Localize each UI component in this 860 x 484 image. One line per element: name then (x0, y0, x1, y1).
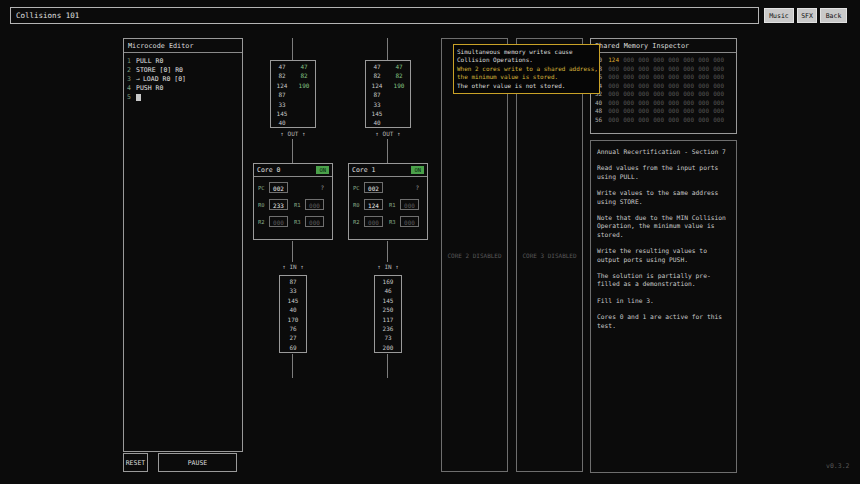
input-value: 76 (280, 324, 306, 333)
tooltip-line: The other value is not stored. (457, 82, 596, 90)
core1-pipeline: 4782124873314540 4782190 ↑ OUT ↑ Core 1 … (348, 38, 428, 420)
pause-button[interactable]: PAUSE (158, 453, 237, 472)
memory-value: 000 (682, 56, 694, 65)
memory-value: 000 (682, 116, 694, 125)
memory-value: 000 (637, 116, 649, 125)
memory-value: 000 (607, 90, 619, 99)
core3-disabled-label: CORE 3 DISABLED (522, 252, 576, 259)
memory-address: 48 (595, 107, 604, 116)
instruction-paragraph: The solution is partially pre-filled as … (597, 272, 730, 289)
editor-line[interactable]: 4PUSH R0 (127, 84, 239, 93)
memory-value: 000 (682, 90, 694, 99)
editor-line[interactable]: 1PULL R0 (127, 57, 239, 66)
r3-register: 000 (305, 216, 324, 227)
back-button[interactable]: Back (820, 8, 847, 23)
exec-pointer-icon: → (136, 75, 140, 84)
core2-panel: CORE 2 DISABLED (441, 38, 508, 472)
input-column: 873314540170762769 (280, 277, 306, 352)
instructions-panel: Annual Recertification - Section 7Read v… (590, 140, 737, 473)
sfx-button[interactable]: SFX (797, 8, 817, 23)
input-stack: 1694614525011723673200 (374, 275, 402, 353)
memory-value: 000 (712, 82, 724, 91)
memory-value: 000 (712, 107, 724, 116)
memory-row: 16000000000000000000000000 (595, 73, 732, 82)
expected-output-value: 145 (366, 109, 388, 118)
input-value: 145 (375, 296, 401, 305)
input-stack: 873314540170762769 (279, 275, 307, 353)
memory-value: 000 (607, 73, 619, 82)
memory-value: 000 (652, 116, 664, 125)
r0-register: 124 (364, 199, 383, 210)
instruction-paragraph: Write the resulting values to output por… (597, 247, 730, 264)
actual-output-column: 4782190 (293, 62, 315, 127)
editor-line[interactable]: 2STORE [0] R0 (127, 66, 239, 75)
memory-value: 000 (667, 116, 679, 125)
memory-value: 000 (712, 90, 724, 99)
r2-register: 000 (269, 216, 288, 227)
input-value: 46 (375, 286, 401, 295)
register-row: R0233R1000 (258, 199, 328, 210)
memory-row: 32000000000000000000000000 (595, 90, 732, 99)
memory-value: 000 (667, 107, 679, 116)
line-number: 5 (127, 93, 136, 102)
input-value: 170 (280, 315, 306, 324)
line-number: 1 (127, 57, 136, 66)
expected-output-value: 87 (366, 90, 388, 99)
wire (387, 354, 388, 378)
shared-memory-inspector: Shared Memory Inspector 0012400000000000… (590, 38, 737, 134)
memory-value: 000 (637, 73, 649, 82)
reset-button[interactable]: RESET (123, 453, 148, 472)
expected-output-value: 33 (366, 100, 388, 109)
input-value: 117 (375, 315, 401, 324)
register-row: R0124R1000 (353, 199, 423, 210)
register-grid: R0233R1000R2000R3000 (258, 199, 328, 227)
instructions-text: Annual Recertification - Section 7Read v… (597, 148, 730, 330)
expected-output-value: 82 (366, 71, 388, 80)
r0-register: 233 (269, 199, 288, 210)
memory-value: 000 (697, 65, 709, 74)
expected-output-value: 82 (271, 71, 293, 80)
memory-row: 24000000000000000000000000 (595, 82, 732, 91)
core3-panel: CORE 3 DISABLED (516, 38, 583, 472)
expected-output-value: 124 (366, 81, 388, 90)
core0-pipeline: 4782124873314540 4782190 ↑ OUT ↑ Core 0 … (253, 38, 333, 420)
line-number: 4 (127, 84, 136, 93)
out-port-label: ↑ OUT ↑ (348, 130, 428, 137)
memory-value: 000 (622, 99, 634, 108)
pc-row: PC 002 ? (353, 182, 423, 193)
pc-label: PC (353, 185, 364, 191)
memory-value: 000 (652, 107, 664, 116)
output-stack: 4782124873314540 4782190 (270, 60, 316, 128)
instruction-text: STORE [0] R0 (136, 66, 183, 75)
memory-value: 000 (652, 82, 664, 91)
memory-address: 40 (595, 99, 604, 108)
memory-value: 000 (697, 82, 709, 91)
memory-value: 000 (682, 65, 694, 74)
memory-value: 000 (712, 73, 724, 82)
input-value: 73 (375, 333, 401, 342)
instruction-paragraph: Fill in line 3. (597, 297, 730, 305)
editor-line[interactable]: 3→LOAD R0 [0] (127, 75, 239, 84)
memory-value: 000 (622, 65, 634, 74)
out-port-label: ↑ OUT ↑ (253, 130, 333, 137)
memory-row: 00124000000000000000000000 (595, 56, 732, 65)
input-value: 200 (375, 343, 401, 352)
memory-value: 000 (622, 107, 634, 116)
core-body: PC 002 ? R0124R1000R2000R3000 (349, 177, 427, 227)
register-label: R3 (294, 219, 305, 225)
expected-output-column: 4782124873314540 (366, 62, 388, 127)
memory-value: 000 (607, 116, 619, 125)
memory-value: 000 (622, 90, 634, 99)
editor-code-area[interactable]: 1PULL R02STORE [0] R03→LOAD R0 [0]4PUSH … (124, 53, 242, 106)
music-button[interactable]: Music (764, 8, 794, 23)
editor-line[interactable]: 5 (127, 93, 239, 102)
tooltip-line: Simultaneous memory writes cause (457, 48, 596, 56)
instruction-paragraph: Annual Recertification - Section 7 (597, 148, 730, 156)
expected-output-value: 124 (271, 81, 293, 90)
expected-output-value: 33 (271, 100, 293, 109)
expected-output-value: 145 (271, 109, 293, 118)
memory-value: 000 (652, 99, 664, 108)
input-value: 27 (280, 333, 306, 342)
core-status-badge: ON (316, 166, 329, 174)
register-grid: R0124R1000R2000R3000 (353, 199, 423, 227)
